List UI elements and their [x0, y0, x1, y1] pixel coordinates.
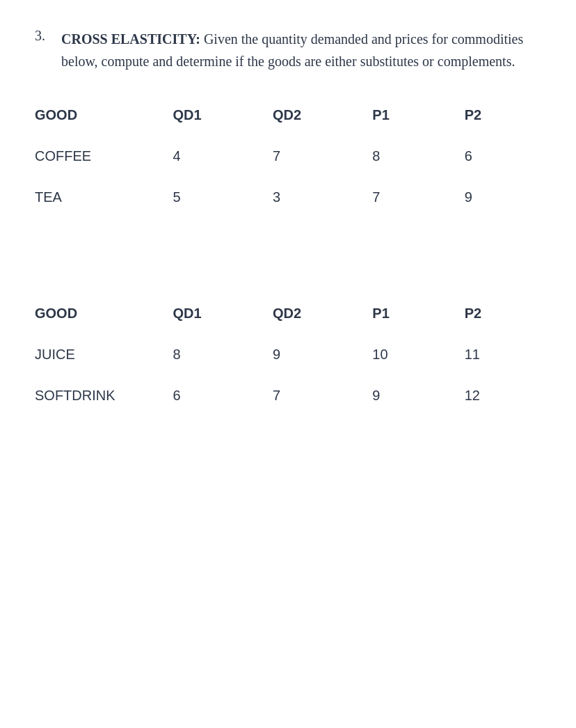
- table1-header-row: GOOD QD1 QD2 P1 P2: [35, 95, 541, 136]
- table2-row: JUICE891011: [35, 334, 541, 375]
- table1-cell-p1-0: 8: [372, 136, 464, 177]
- table1-header-qd1: QD1: [173, 95, 273, 136]
- table1-cell-qd1-1: 5: [173, 177, 273, 218]
- table1-header-p1: P1: [372, 95, 464, 136]
- table2-cell-qd1-0: 8: [173, 334, 273, 375]
- table1-cell-qd2-0: 7: [273, 136, 372, 177]
- table2-header-p1: P1: [372, 293, 464, 334]
- question-text: CROSS ELASTICITY: Given the quantity dem…: [61, 28, 541, 72]
- table2-cell-p1-0: 10: [372, 334, 464, 375]
- table1-cell-p1-1: 7: [372, 177, 464, 218]
- table2-section: GOOD QD1 QD2 P1 P2 JUICE891011SOFTDRINK6…: [35, 293, 541, 416]
- table2-header-row: GOOD QD1 QD2 P1 P2: [35, 293, 541, 334]
- table2-header-qd2: QD2: [273, 293, 372, 334]
- table2-cell-good-1: SOFTDRINK: [35, 375, 173, 416]
- table1-row: COFFEE4786: [35, 136, 541, 177]
- spacer: [35, 251, 541, 293]
- question-header: 3. CROSS ELASTICITY: Given the quantity …: [35, 28, 541, 72]
- table2-cell-good-0: JUICE: [35, 334, 173, 375]
- table2-header-qd1: QD1: [173, 293, 273, 334]
- table2-cell-p2-0: 11: [465, 334, 541, 375]
- table1-cell-p2-1: 9: [465, 177, 541, 218]
- table2-cell-qd2-1: 7: [273, 375, 372, 416]
- question-number: 3.: [35, 28, 56, 72]
- table2-cell-qd2-0: 9: [273, 334, 372, 375]
- table2: GOOD QD1 QD2 P1 P2 JUICE891011SOFTDRINK6…: [35, 293, 541, 416]
- table2-row: SOFTDRINK67912: [35, 375, 541, 416]
- question-container: 3. CROSS ELASTICITY: Given the quantity …: [35, 28, 541, 450]
- table1-cell-p2-0: 6: [465, 136, 541, 177]
- table2-header-p2: P2: [465, 293, 541, 334]
- table1-section: GOOD QD1 QD2 P1 P2 COFFEE4786TEA5379: [35, 95, 541, 218]
- table1-cell-qd2-1: 3: [273, 177, 372, 218]
- table1: GOOD QD1 QD2 P1 P2 COFFEE4786TEA5379: [35, 95, 541, 218]
- question-label-bold: CROSS ELASTICITY:: [61, 31, 200, 47]
- table1-header-qd2: QD2: [273, 95, 372, 136]
- table2-header-good: GOOD: [35, 293, 173, 334]
- table2-cell-qd1-1: 6: [173, 375, 273, 416]
- table1-cell-good-1: TEA: [35, 177, 173, 218]
- table1-cell-qd1-0: 4: [173, 136, 273, 177]
- table2-cell-p1-1: 9: [372, 375, 464, 416]
- table1-row: TEA5379: [35, 177, 541, 218]
- table1-header-good: GOOD: [35, 95, 173, 136]
- table1-header-p2: P2: [465, 95, 541, 136]
- table2-cell-p2-1: 12: [465, 375, 541, 416]
- table1-cell-good-0: COFFEE: [35, 136, 173, 177]
